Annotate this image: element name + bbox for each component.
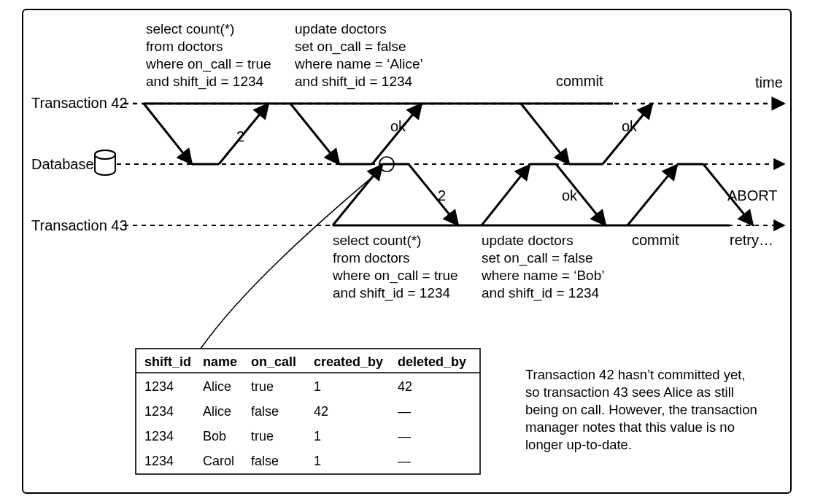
t42-commit-down <box>521 104 569 164</box>
svg-text:true: true <box>251 379 274 394</box>
database-icon <box>95 150 115 175</box>
t42-commit-label: commit <box>556 73 603 89</box>
svg-text:Alice: Alice <box>203 379 231 394</box>
snapshot-table: shift_id name on_call created_by deleted… <box>136 349 480 474</box>
svg-text:—: — <box>398 429 411 443</box>
svg-text:manager notes that this value : manager notes that this value is no <box>525 419 735 435</box>
t43-commit-up <box>627 165 677 225</box>
svg-text:42: 42 <box>314 404 328 419</box>
explanation-note: Transaction 42 hasn’t committed yet, so … <box>525 367 757 452</box>
svg-text:—: — <box>398 454 411 468</box>
svg-text:and shift_id = 1234: and shift_id = 1234 <box>295 74 413 90</box>
svg-text:set on_call = false: set on_call = false <box>482 250 593 266</box>
svg-text:Alice: Alice <box>203 404 231 419</box>
svg-text:where on_call = true: where on_call = true <box>145 56 271 72</box>
svg-text:where on_call = true: where on_call = true <box>332 268 458 284</box>
svg-text:42: 42 <box>398 379 412 394</box>
svg-text:select count(*): select count(*) <box>146 21 234 36</box>
lane-label-db: Database <box>31 156 94 172</box>
svg-text:1234: 1234 <box>144 454 174 468</box>
svg-text:false: false <box>251 454 279 468</box>
svg-text:Bob: Bob <box>203 429 226 443</box>
t43-update-up <box>482 165 530 225</box>
svg-text:false: false <box>251 404 279 419</box>
resp-abort: ABORT <box>727 187 778 203</box>
th-shift-id: shift_id <box>144 354 191 369</box>
t43-select-up <box>333 165 382 225</box>
th-created-by: created_by <box>314 354 383 369</box>
t43-commit-label: commit <box>632 232 679 248</box>
resp-ok-b: ok <box>562 187 578 203</box>
t42-update-down <box>290 104 339 164</box>
svg-text:select count(*): select count(*) <box>333 233 421 248</box>
th-name: name <box>203 354 237 369</box>
t42-select-down <box>144 104 192 164</box>
svg-text:1: 1 <box>314 454 321 468</box>
th-deleted-by: deleted_by <box>398 354 466 369</box>
t43-select-down <box>409 164 458 225</box>
svg-text:1234: 1234 <box>144 379 174 394</box>
svg-text:where name = ‘Alice’: where name = ‘Alice’ <box>294 56 423 71</box>
svg-text:longer up-to-date.: longer up-to-date. <box>525 437 632 452</box>
lane-label-t42: Transaction 42 <box>31 95 128 111</box>
svg-text:and shift_id = 1234: and shift_id = 1234 <box>482 285 600 301</box>
resp-ok-c: ok <box>622 118 638 134</box>
t43-select-sql: select count(*) from doctors where on_ca… <box>332 233 458 301</box>
resp-2a: 2 <box>236 128 244 144</box>
svg-text:Carol: Carol <box>203 454 234 468</box>
th-on-call: on_call <box>251 354 296 369</box>
svg-text:update doctors: update doctors <box>295 21 387 36</box>
svg-text:1234: 1234 <box>144 429 174 443</box>
resp-2b: 2 <box>438 187 446 203</box>
svg-point-1 <box>95 150 115 159</box>
svg-text:1234: 1234 <box>144 404 174 419</box>
svg-text:being on call. However, the tr: being on call. However, the transaction <box>525 402 757 417</box>
lane-label-t43: Transaction 43 <box>31 217 128 233</box>
t43-update-sql: update doctors set on_call = false where… <box>481 233 604 301</box>
svg-text:and shift_id = 1234: and shift_id = 1234 <box>333 285 451 301</box>
svg-text:Transaction 42 hasn’t committe: Transaction 42 hasn’t committed yet, <box>525 367 746 382</box>
svg-text:update doctors: update doctors <box>482 233 573 248</box>
svg-text:from doctors: from doctors <box>333 250 410 265</box>
t42-update-sql: update doctors set on_call = false where… <box>294 21 423 90</box>
t42-select-sql: select count(*) from doctors where on_ca… <box>145 21 271 90</box>
svg-text:so transaction 43 sees Alice a: so transaction 43 sees Alice as still <box>525 384 734 400</box>
svg-text:true: true <box>251 429 274 443</box>
svg-text:from doctors: from doctors <box>146 39 223 54</box>
time-label: time <box>755 74 783 90</box>
svg-text:—: — <box>398 404 411 419</box>
svg-text:and shift_id = 1234: and shift_id = 1234 <box>146 74 264 90</box>
svg-text:1: 1 <box>314 379 321 394</box>
svg-text:where name = ‘Bob’: where name = ‘Bob’ <box>481 268 604 283</box>
svg-text:1: 1 <box>314 429 321 443</box>
t43-retry-label: retry… <box>730 232 773 248</box>
resp-ok-a: ok <box>390 118 406 134</box>
svg-text:set on_call = false: set on_call = false <box>295 39 406 55</box>
